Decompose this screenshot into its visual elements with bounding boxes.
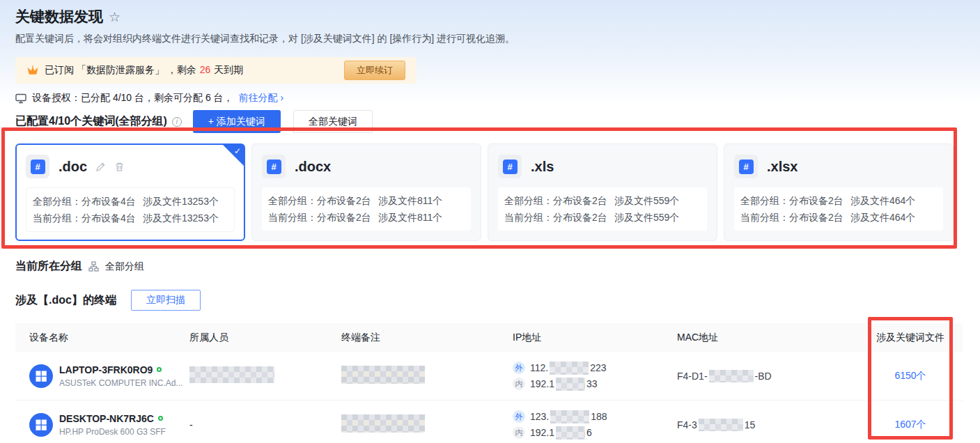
keyword-hash-icon: #: [734, 155, 758, 178]
col-device-name: 设备名称: [29, 332, 189, 344]
internal-ip-badge: 内: [513, 426, 525, 439]
table-row[interactable]: LAPTOP-3FRK0RO9 ASUSTeK COMPUTER INC.Ad.…: [15, 352, 963, 401]
keyword-hash-icon: #: [262, 155, 286, 178]
online-status-icon: [157, 367, 162, 372]
terminals-header: 涉及【.doc】的终端 立即扫描: [15, 290, 980, 311]
device-model: HP.HP ProDesk 600 G3 SFF: [59, 427, 166, 437]
delete-icon[interactable]: [114, 162, 125, 172]
subscription-banner: 已订阅 「数据防泄露服务」 ，剩余26天到期 立即续订: [15, 57, 417, 84]
keyword-name: .docx: [295, 159, 331, 175]
terminals-title: 涉及【.doc】的终端: [15, 293, 116, 308]
redacted-ip: [556, 378, 585, 391]
org-tree-icon: [88, 261, 99, 272]
ip-prefix: 112.: [530, 360, 548, 376]
col-note: 终端备注: [341, 332, 513, 344]
selected-check-icon: ✓: [234, 146, 241, 156]
device-name: LAPTOP-3FRK0RO9: [59, 364, 153, 375]
card-stats: 全部分组：分布设备2台 涉及文件464个 当前分组：分布设备2台 涉及文件464…: [734, 187, 943, 231]
redacted-ip: [556, 426, 585, 440]
ip-suffix: 33: [586, 376, 598, 392]
stat-row-all-group: 全部分组：分布设备4台 涉及文件13253个: [33, 193, 228, 210]
col-keyword-files: 涉及关键词文件: [865, 332, 956, 344]
stat-group-devices: 全部分组：分布设备2台: [504, 192, 614, 209]
internal-ip-badge: 内: [513, 378, 525, 390]
days-remaining: 26: [196, 64, 215, 75]
device-name: DESKTOP-NK7RJ6C: [59, 413, 154, 424]
stat-group-devices: 当前分组：分布设备4台: [33, 210, 143, 226]
card-header: # .xlsx: [734, 155, 943, 178]
vip-crown-icon: [26, 65, 39, 76]
stat-files: 涉及文件13253个: [143, 193, 219, 210]
keyword-name: .doc: [59, 159, 87, 175]
card-header: # .docx: [262, 155, 471, 178]
ip-suffix: 6: [586, 425, 592, 441]
keywords-count-title: 已配置4/10个关键词(全部分组): [15, 114, 167, 129]
table-row[interactable]: DESKTOP-NK7RJ6C HP.HP ProDesk 600 G3 SFF…: [15, 401, 963, 443]
owner-value: -: [189, 419, 341, 430]
subscription-suffix: 天到期: [214, 64, 243, 75]
monitor-icon: [15, 93, 26, 104]
online-status-icon: [158, 416, 163, 421]
favorite-star-icon[interactable]: ☆: [109, 10, 120, 24]
keyword-hash-icon: #: [26, 155, 49, 178]
external-ip-badge: 外: [513, 410, 525, 423]
external-ip-badge: 外: [513, 362, 525, 374]
all-keywords-button[interactable]: 全部关键词: [293, 110, 373, 133]
page-title: 关键数据发现: [15, 7, 103, 26]
go-allocate-link[interactable]: 前往分配 ›: [239, 92, 284, 104]
stat-group-devices: 当前分组：分布设备2台: [740, 209, 850, 226]
col-mac: MAC地址: [677, 332, 865, 344]
stat-files: 涉及文件559个: [614, 192, 679, 209]
stat-files: 涉及文件464个: [850, 209, 915, 226]
stat-row-current-group: 当前分组：分布设备2台 涉及文件811个: [268, 209, 465, 226]
stat-files: 涉及文件811个: [378, 209, 442, 226]
key-data-discovery-page: 关键数据发现 ☆ 配置关键词后，将会对组织内终端文件进行关键词查找和记录，对 […: [0, 0, 980, 443]
renew-button[interactable]: 立即续订: [344, 61, 405, 80]
redacted-note: [341, 414, 425, 433]
page-header: 关键数据发现 ☆: [15, 7, 980, 26]
redacted-mac: [709, 370, 754, 382]
windows-icon: [29, 413, 53, 437]
scan-now-button[interactable]: 立即扫描: [131, 290, 201, 311]
edit-icon[interactable]: [95, 162, 106, 172]
keyword-files-count-link[interactable]: 1607个: [894, 419, 926, 430]
current-group-row: 当前所在分组 全部分组: [15, 259, 980, 274]
mac-suffix: 15: [745, 419, 756, 430]
ip-suffix: 223: [590, 360, 606, 376]
authorization-text: 设备授权：已分配 4/10 台，剩余可分配 6 台，: [32, 92, 233, 104]
subscription-prefix: 已订阅 「数据防泄露服务」 ，剩余: [45, 64, 196, 75]
mac-prefix: F4-D1-: [677, 371, 708, 382]
table-header-row: 设备名称 所属人员 终端备注 IP地址 MAC地址 涉及关键词文件: [15, 323, 963, 352]
public-ip: 外 123.188: [513, 409, 677, 425]
keyword-name: .xlsx: [767, 159, 798, 175]
stat-row-all-group: 全部分组：分布设备2台 涉及文件559个: [504, 192, 701, 209]
info-icon[interactable]: i: [172, 117, 182, 127]
keyword-files-count-link[interactable]: 6150个: [894, 370, 926, 381]
keyword-card-doc[interactable]: ✓ # .doc 全部分组：分布设备4台 涉及文件13253个 当前分组：分布设…: [15, 143, 245, 241]
keyword-card-xls[interactable]: # .xls 全部分组：分布设备2台 涉及文件559个 当前分组：分布设备2台 …: [488, 143, 717, 241]
mac-address: F4-315: [677, 419, 865, 431]
stat-group-devices: 全部分组：分布设备2台: [268, 192, 378, 209]
ip-prefix: 192.1: [530, 376, 554, 392]
stat-row-current-group: 当前分组：分布设备2台 涉及文件559个: [504, 209, 701, 226]
ip-suffix: 188: [591, 409, 607, 425]
public-ip: 外 112.223: [513, 360, 677, 376]
card-stats: 全部分组：分布设备4台 涉及文件13253个 当前分组：分布设备4台 涉及文件1…: [26, 187, 235, 232]
device-authorization-row: 设备授权：已分配 4/10 台，剩余可分配 6 台， 前往分配 ›: [15, 91, 980, 105]
keyword-card-xlsx[interactable]: # .xlsx 全部分组：分布设备2台 涉及文件464个 当前分组：分布设备2台…: [724, 143, 954, 241]
stat-row-all-group: 全部分组：分布设备2台 涉及文件464个: [740, 192, 937, 209]
card-header: # .doc: [26, 155, 235, 178]
current-group-value[interactable]: 全部分组: [105, 261, 144, 273]
add-keyword-button[interactable]: + 添加关键词: [193, 110, 281, 133]
internal-ip: 内 192.133: [513, 376, 677, 392]
subscription-text: 已订阅 「数据防泄露服务」 ，剩余26天到期: [45, 64, 243, 77]
stat-group-devices: 当前分组：分布设备2台: [504, 209, 614, 226]
internal-ip: 内 192.16: [513, 425, 677, 441]
stat-files: 涉及文件464个: [850, 192, 915, 209]
card-stats: 全部分组：分布设备2台 涉及文件811个 当前分组：分布设备2台 涉及文件811…: [262, 187, 471, 231]
keyword-card-docx[interactable]: # .docx 全部分组：分布设备2台 涉及文件811个 当前分组：分布设备2台…: [251, 143, 481, 241]
stat-files: 涉及文件13253个: [143, 210, 219, 226]
terminals-table: 设备名称 所属人员 终端备注 IP地址 MAC地址 涉及关键词文件 LAPTOP…: [15, 323, 963, 443]
stat-files: 涉及文件559个: [614, 209, 679, 226]
ip-prefix: 192.1: [530, 425, 554, 441]
